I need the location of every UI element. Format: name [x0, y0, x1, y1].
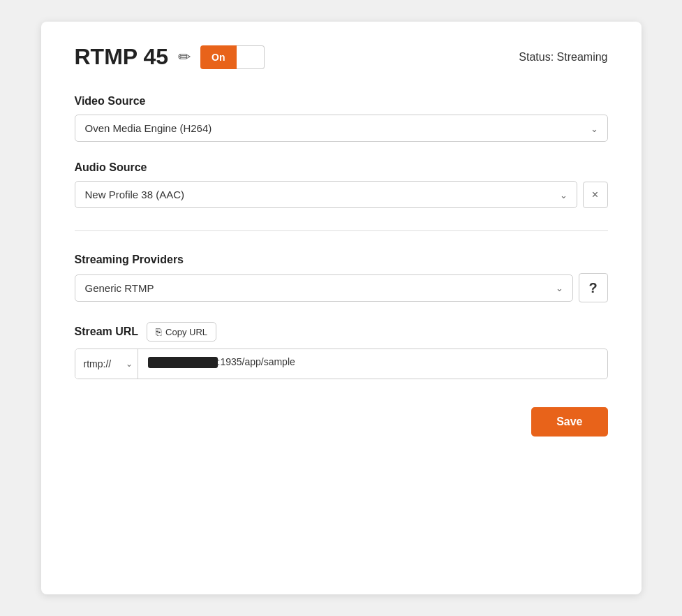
streaming-providers-select-wrapper: Generic RTMP ⌄	[75, 274, 573, 302]
copy-url-label: Copy URL	[165, 327, 207, 337]
audio-source-clear-button[interactable]: ×	[583, 182, 608, 208]
edit-icon[interactable]: ✏	[178, 48, 191, 66]
stream-url-section: Stream URL ⎘ Copy URL rtmp://rtmps:// ⌄ …	[75, 322, 608, 379]
footer: Save	[75, 407, 608, 437]
url-redacted-block	[148, 357, 218, 368]
streaming-providers-section: Streaming Providers Generic RTMP ⌄ ?	[75, 254, 608, 302]
stream-url-row: rtmp://rtmps:// ⌄ :1935/app/sample	[75, 349, 608, 379]
url-input-display: :1935/app/sample	[138, 349, 607, 379]
page-title: RTMP 45	[75, 44, 169, 70]
stream-url-header: Stream URL ⎘ Copy URL	[75, 322, 608, 342]
video-source-label: Video Source	[75, 95, 608, 108]
streaming-providers-help-button[interactable]: ?	[579, 273, 608, 302]
protocol-select-wrapper: rtmp://rtmps:// ⌄	[75, 349, 138, 379]
protocol-select[interactable]: rtmp://rtmps://	[75, 349, 138, 379]
section-divider	[75, 230, 608, 231]
header-left: RTMP 45 ✏ On	[75, 44, 265, 70]
save-button[interactable]: Save	[531, 407, 607, 437]
video-source-select[interactable]: Oven Media Engine (H264)	[75, 115, 608, 142]
toggle-container: On	[200, 45, 264, 69]
streaming-providers-select[interactable]: Generic RTMP	[75, 274, 573, 302]
video-source-section: Video Source Oven Media Engine (H264) ⌄	[75, 95, 608, 142]
video-source-select-wrapper: Oven Media Engine (H264) ⌄	[75, 115, 608, 142]
status-label: Status: Streaming	[519, 51, 607, 64]
url-suffix: :1935/app/sample	[218, 356, 295, 367]
audio-source-select[interactable]: New Profile 38 (AAC)	[75, 181, 577, 208]
copy-url-button[interactable]: ⎘ Copy URL	[147, 322, 216, 342]
toggle-off-button[interactable]	[237, 45, 265, 69]
rtmp-config-card: RTMP 45 ✏ On Status: Streaming Video Sou…	[41, 22, 642, 594]
audio-source-select-wrapper: New Profile 38 (AAC) ⌄	[75, 181, 577, 208]
streaming-providers-label: Streaming Providers	[75, 254, 608, 266]
toggle-on-button[interactable]: On	[200, 45, 236, 69]
audio-source-label: Audio Source	[75, 161, 608, 174]
copy-icon: ⎘	[156, 326, 161, 337]
audio-source-section: Audio Source New Profile 38 (AAC) ⌄ ×	[75, 161, 608, 208]
streaming-providers-row: Generic RTMP ⌄ ?	[75, 273, 608, 302]
audio-source-row: New Profile 38 (AAC) ⌄ ×	[75, 181, 608, 208]
header: RTMP 45 ✏ On Status: Streaming	[75, 44, 608, 70]
stream-url-label: Stream URL	[75, 325, 139, 338]
